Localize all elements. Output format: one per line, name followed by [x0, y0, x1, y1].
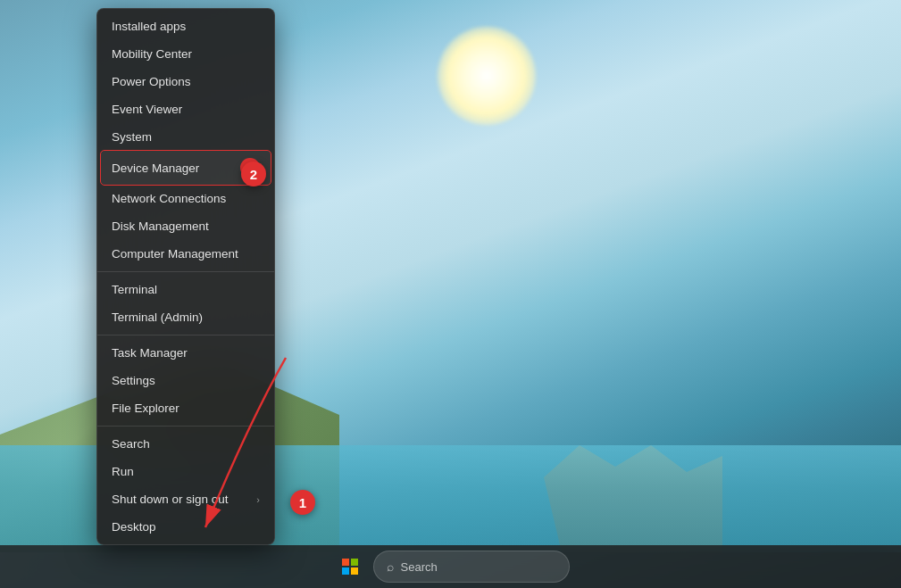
menu-item-file-explorer[interactable]: File Explorer	[97, 394, 274, 422]
badge-2: 2	[241, 161, 266, 186]
menu-item-label-power-options: Power Options	[112, 75, 191, 88]
menu-item-search[interactable]: Search	[97, 430, 274, 458]
menu-item-desktop[interactable]: Desktop	[97, 513, 274, 541]
menu-item-event-viewer[interactable]: Event Viewer	[97, 95, 274, 123]
sun-decoration	[438, 27, 536, 125]
menu-item-label-search: Search	[112, 437, 150, 451]
menu-item-label-installed-apps: Installed apps	[112, 20, 186, 33]
menu-item-network-connections[interactable]: Network Connections	[97, 185, 274, 212]
badge-1: 1	[290, 490, 315, 515]
menu-item-label-desktop: Desktop	[112, 520, 156, 534]
menu-item-system[interactable]: System	[97, 123, 274, 151]
menu-item-computer-management[interactable]: Computer Management	[97, 240, 274, 268]
menu-item-label-device-manager: Device Manager	[112, 161, 199, 175]
menu-item-power-options[interactable]: Power Options	[97, 68, 274, 95]
menu-item-label-network-connections: Network Connections	[112, 192, 226, 205]
menu-item-label-event-viewer: Event Viewer	[112, 103, 182, 116]
menu-item-label-file-explorer: File Explorer	[112, 402, 179, 415]
menu-item-settings[interactable]: Settings	[97, 367, 274, 394]
menu-item-chevron-shut-down-sign-out: ›	[256, 494, 260, 505]
menu-item-label-terminal-admin: Terminal (Admin)	[112, 311, 203, 324]
context-menu: Installed appsMobility CenterPower Optio…	[96, 8, 275, 545]
menu-item-label-shut-down-sign-out: Shut down or sign out	[112, 493, 229, 506]
menu-separator	[97, 426, 274, 427]
menu-item-disk-management[interactable]: Disk Management	[97, 212, 274, 240]
menu-item-label-terminal: Terminal	[112, 283, 157, 296]
taskbar-search-bar[interactable]: ⌕ Search	[373, 551, 570, 583]
taskbar: ⌕ Search	[0, 545, 901, 588]
menu-item-label-task-manager: Task Manager	[112, 346, 188, 360]
menu-item-terminal-admin[interactable]: Terminal (Admin)	[97, 303, 274, 331]
menu-item-label-disk-management: Disk Management	[112, 219, 209, 233]
start-button[interactable]	[332, 549, 368, 584]
menu-item-terminal[interactable]: Terminal	[97, 276, 274, 303]
menu-item-label-run: Run	[112, 465, 134, 478]
menu-separator	[97, 335, 274, 335]
menu-item-label-system: System	[112, 130, 152, 144]
menu-item-label-mobility-center: Mobility Center	[112, 47, 192, 61]
menu-item-installed-apps[interactable]: Installed apps	[97, 12, 274, 40]
menu-item-label-computer-management: Computer Management	[112, 247, 238, 261]
taskbar-search-label: Search	[401, 560, 438, 574]
menu-item-shut-down-sign-out[interactable]: Shut down or sign out›	[97, 485, 274, 513]
menu-item-run[interactable]: Run	[97, 458, 274, 485]
menu-item-task-manager[interactable]: Task Manager	[97, 339, 274, 367]
menu-item-label-settings: Settings	[112, 374, 155, 387]
menu-separator	[97, 271, 274, 272]
search-icon: ⌕	[387, 559, 394, 574]
windows-logo-icon	[342, 559, 358, 575]
menu-item-mobility-center[interactable]: Mobility Center	[97, 40, 274, 68]
